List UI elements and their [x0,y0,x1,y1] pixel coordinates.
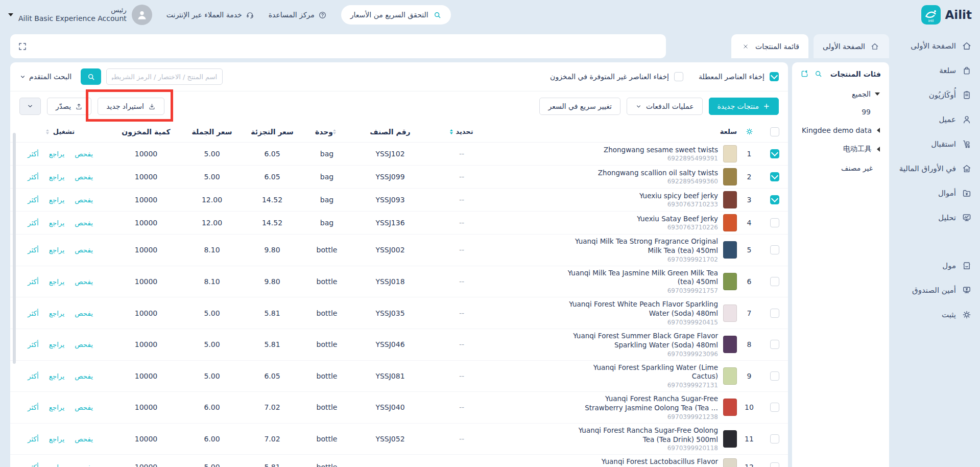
row-checkbox[interactable] [770,277,779,286]
row-action-link[interactable]: أكثر [28,196,39,204]
sort-icon[interactable] [46,128,49,136]
row-action-link[interactable]: أكثر [28,372,39,380]
row-action-link[interactable]: يفحص [75,246,93,254]
row-action-link[interactable]: يفحص [75,173,93,181]
tab-home[interactable]: الصفحة الأولى [814,34,889,58]
export-button[interactable]: يصدّر [47,98,91,115]
row-action-link[interactable]: أكثر [28,340,39,348]
row-checkbox[interactable] [770,403,779,412]
row-action-link[interactable]: أكثر [28,403,39,411]
product-name[interactable]: Yuexiu spicy beef jerky [639,192,718,201]
row-checkbox[interactable] [770,245,779,254]
category-edit-icon[interactable] [800,69,809,78]
sort-icon[interactable] [333,128,336,136]
row-checkbox[interactable] [770,462,779,467]
row-action-link[interactable]: يراجع [49,340,65,348]
table-scrollbar[interactable] [13,133,16,364]
sidebar-item[interactable]: أُوكَازيُون [892,83,980,107]
category-item[interactable]: Kingdee demo data [792,121,889,139]
row-checkbox[interactable] [770,218,779,227]
row-action-link[interactable]: يراجع [49,277,65,286]
advanced-search-toggle[interactable]: البحث المتقدم [19,73,71,81]
sidebar-item[interactable]: أموال [892,181,980,205]
header-operations[interactable]: تشغيل [53,128,75,136]
product-name[interactable]: Yuanqi Forest Rancha Sugar-Free Oolong T… [567,426,718,445]
quick-price-change-button[interactable]: تغيير سريع في السعر [539,98,620,115]
row-checkbox[interactable] [770,434,779,443]
import-new-button[interactable]: استيراد جديد [98,98,164,115]
sidebar-item[interactable]: أمين الصندوق [892,278,980,302]
new-products-button[interactable]: منتجات جديدة [709,98,779,115]
row-action-link[interactable]: يراجع [49,246,65,254]
sidebar-item[interactable]: يثبت [892,302,980,327]
row-action-link[interactable]: يفحص [75,277,93,286]
product-name[interactable]: Yuanqi Forest White Peach Flavor Sparkli… [567,300,718,318]
row-action-link[interactable]: يراجع [49,435,65,443]
row-action-link[interactable]: أكثر [28,277,39,286]
row-checkbox[interactable] [770,371,779,381]
sidebar-item[interactable]: استقبال [892,132,980,156]
row-action-link[interactable]: يفحص [75,435,93,443]
tab-product-list[interactable]: قائمة المنتجات [731,34,808,58]
row-action-link[interactable]: يفحص [75,340,93,348]
sidebar-item[interactable]: سلعة [892,58,980,83]
row-checkbox[interactable] [770,149,779,158]
row-action-link[interactable]: أكثر [28,309,39,317]
row-action-link[interactable]: أكثر [28,219,39,227]
row-action-link[interactable]: يراجع [49,173,65,181]
row-checkbox[interactable] [770,195,779,204]
product-name[interactable]: Yuanqi Forest Summer Black Grape Flavor … [567,332,718,350]
row-action-link[interactable]: يراجع [49,372,65,380]
row-checkbox[interactable] [770,309,779,318]
product-name[interactable]: Yuanqi Milk Tea Jasmine Milk Green Milk … [567,269,718,287]
row-action-link[interactable]: يفحص [75,150,93,158]
row-action-link[interactable]: يفحص [75,309,93,317]
product-search-input[interactable] [106,68,223,85]
column-settings-gear-icon[interactable] [745,127,754,136]
row-action-link[interactable]: أكثر [28,150,39,158]
row-action-link[interactable]: يراجع [49,196,65,204]
row-checkbox[interactable] [770,340,779,349]
close-icon[interactable] [742,43,749,50]
row-action-link[interactable]: يراجع [49,309,65,317]
product-name[interactable]: Yuanqi Forest Sparkling Water (Lime Cact… [567,363,718,382]
category-item[interactable]: غير مصنف [792,158,889,177]
online-service-link[interactable]: خدمة العملاء عبر الإنترنت [166,11,254,19]
sidebar-item[interactable]: عميل [892,107,980,132]
row-action-link[interactable]: يفحص [75,403,93,411]
hide-disabled-checkbox[interactable] [770,72,779,81]
sidebar-item[interactable]: في الأوراق المالية [892,156,980,181]
row-action-link[interactable]: يراجع [49,219,65,227]
row-action-link[interactable]: يراجع [49,463,65,467]
help-center-link[interactable]: مركز المساعدة [269,11,327,19]
row-action-link[interactable]: يفحص [75,196,93,204]
product-name[interactable]: Yuexiu Satay Beef Jerky [637,215,718,224]
hide-out-of-stock-checkbox[interactable] [674,72,683,81]
product-name[interactable]: Yuanqi Forest Lactobacillus Flavor Spark… [567,457,718,467]
row-action-link[interactable]: أكثر [28,246,39,254]
select-all-checkbox[interactable] [770,127,779,136]
category-item[interactable]: 电动工具 [792,139,889,158]
row-action-link[interactable]: يفحص [75,219,93,227]
sidebar-item[interactable]: الصفحة الأولى [892,34,980,58]
expand-icon[interactable] [17,41,28,52]
category-item[interactable]: الجميع [792,84,889,103]
row-action-link[interactable]: أكثر [28,463,39,467]
row-action-link[interactable]: يراجع [49,150,65,158]
batch-operations-button[interactable]: عمليات الدفعات [627,98,703,115]
search-button[interactable] [81,68,101,85]
row-checkbox[interactable] [770,172,779,181]
product-name[interactable]: Zhongwang sesame sweet twists [604,146,718,155]
product-name[interactable]: Yuanqi Milk Tea Strong Fragrance Origina… [567,237,718,255]
sidebar-item[interactable]: مول [892,253,980,278]
row-action-link[interactable]: أكثر [28,173,39,181]
product-name[interactable]: Zhongwang scallion oil salty twists [598,169,718,178]
row-action-link[interactable]: يراجع [49,403,65,411]
header-select[interactable]: تحديد [456,128,473,136]
header-unit[interactable]: وحدة [315,128,333,136]
sort-icon[interactable] [450,128,453,136]
category-search-icon[interactable] [814,69,823,78]
account-menu[interactable]: رئيس Ailit Basic Experience Account [8,5,152,25]
row-action-link[interactable]: أكثر [28,435,39,443]
more-export-options-button[interactable] [19,98,41,115]
